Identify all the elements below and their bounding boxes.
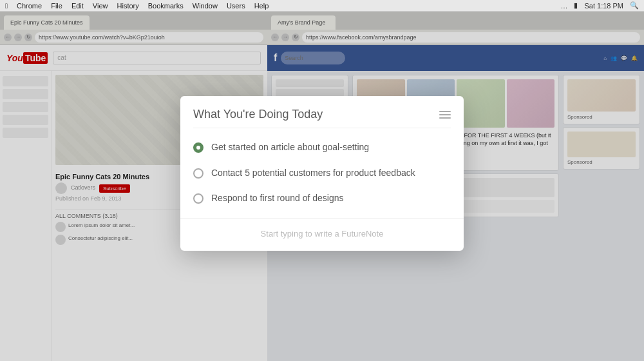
menubar-apple[interactable]: 	[5, 2, 8, 10]
task-radio-1[interactable]	[193, 142, 204, 153]
search-icon[interactable]: 🔍	[630, 1, 639, 10]
hamburger-line-3	[439, 117, 451, 119]
menubar-users[interactable]: Users	[227, 2, 245, 10]
menubar-chrome[interactable]: Chrome	[17, 2, 42, 10]
menubar-bookmarks[interactable]: Bookmarks	[148, 2, 184, 10]
task-label-3: Respond to first round of designs	[211, 192, 343, 205]
task-radio-2[interactable]	[193, 168, 204, 179]
future-note-hint[interactable]: Start typing to write a FutureNote	[261, 229, 384, 239]
hamburger-line-1	[439, 111, 451, 112]
modal-tasks-list: Get started on article about goal-settin…	[180, 128, 464, 218]
task-label-1: Get started on article about goal-settin…	[211, 141, 369, 154]
menubar-view[interactable]: View	[93, 2, 108, 10]
menubar-window[interactable]: Window	[193, 2, 218, 10]
modal-menu-button[interactable]	[439, 111, 451, 119]
battery-icon: ▮	[574, 1, 578, 10]
today-modal: What You're Doing Today Get started on a…	[180, 96, 464, 251]
modal-footer: Start typing to write a FutureNote	[180, 218, 464, 251]
menubar-edit[interactable]: Edit	[71, 2, 84, 10]
hamburger-line-2	[439, 114, 451, 115]
modal-header: What You're Doing Today	[180, 96, 464, 128]
modal-overlay: What You're Doing Today Get started on a…	[0, 12, 644, 361]
menubar-help[interactable]: Help	[254, 2, 269, 10]
task-label-2: Contact 5 potential customers for produc…	[211, 167, 415, 180]
menubar:  Chrome File Edit View History Bookmark…	[0, 0, 644, 12]
wifi-icon: …	[560, 2, 567, 10]
menubar-history[interactable]: History	[117, 2, 139, 10]
menubar-right: … ▮ Sat 1:18 PM 🔍	[560, 1, 639, 10]
menubar-time: Sat 1:18 PM	[584, 2, 623, 10]
menubar-file[interactable]: File	[51, 2, 62, 10]
task-radio-3[interactable]	[193, 193, 204, 204]
task-item-2[interactable]: Contact 5 potential customers for produc…	[180, 161, 464, 186]
task-item-1[interactable]: Get started on article about goal-settin…	[180, 135, 464, 161]
task-item-3[interactable]: Respond to first round of designs	[180, 186, 464, 211]
modal-title: What You're Doing Today	[193, 108, 323, 121]
